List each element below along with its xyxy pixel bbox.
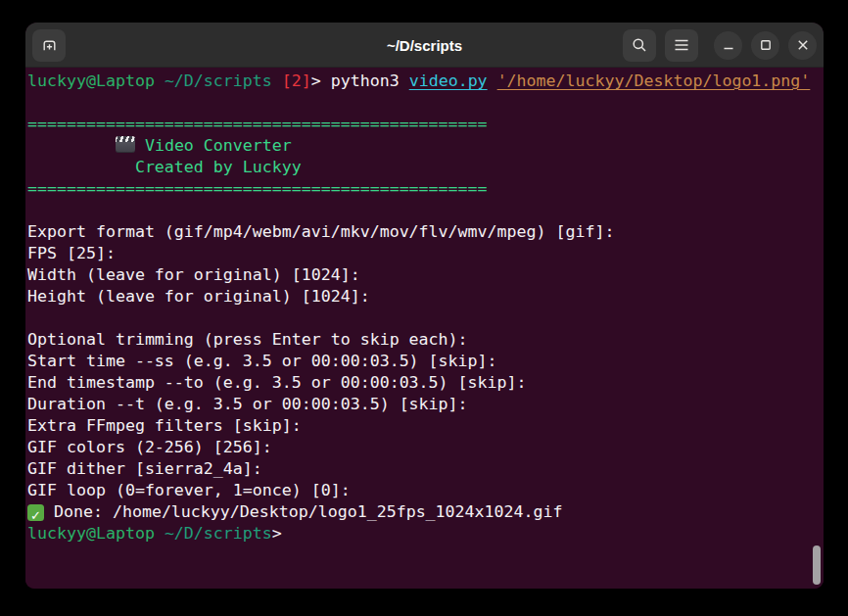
terminal-text: ========================================… xyxy=(27,179,488,198)
close-icon xyxy=(797,39,809,51)
terminal-line xyxy=(27,92,824,114)
terminal-text: Optional trimming (press Enter to skip e… xyxy=(27,330,468,349)
window-title: ~/D/scripts xyxy=(387,37,462,54)
maximize-button[interactable] xyxy=(751,31,779,60)
terminal-line xyxy=(27,308,824,329)
menu-button[interactable] xyxy=(665,29,698,62)
new-tab-button[interactable] xyxy=(32,29,66,62)
terminal-text: Extra FFmpeg filters [skip]: xyxy=(27,416,302,435)
terminal-line xyxy=(27,200,824,221)
terminal-line: Duration --t (e.g. 3.5 or 00:00:03.5) [s… xyxy=(27,394,824,415)
terminal-line: GIF loop (0=forever, 1=once) [0]: xyxy=(27,480,824,501)
terminal-text: luckyy@Laptop xyxy=(27,71,155,90)
terminal-line: FPS [25]: xyxy=(27,243,824,264)
terminal-text: > xyxy=(311,71,331,90)
terminal-line: Video Converter xyxy=(27,135,824,157)
terminal-line: Start time --ss (e.g. 3.5 or 00:00:03.5)… xyxy=(27,351,824,372)
terminal-text: FPS [25]: xyxy=(27,244,116,262)
terminal-text: luckyy@Laptop xyxy=(27,524,155,543)
terminal-line: Done: /home/luckyy/Desktop/logo1_25fps_1… xyxy=(27,501,824,523)
check-emoji-icon xyxy=(27,504,44,521)
file-link[interactable]: '/home/luckyy/Desktop/logo1.png' xyxy=(497,71,811,90)
file-link[interactable]: video.py xyxy=(409,71,488,90)
terminal-text: ========================================… xyxy=(27,115,488,133)
terminal-window: ~/D/scripts xyxy=(25,23,824,589)
terminal-text: Height (leave for original) [1024]: xyxy=(27,287,370,306)
terminal-text: GIF loop (0=forever, 1=once) [0]: xyxy=(27,481,351,499)
clapper-emoji-icon xyxy=(116,136,135,153)
minimize-button[interactable] xyxy=(714,31,742,60)
new-tab-icon xyxy=(41,37,58,54)
search-button[interactable] xyxy=(623,29,656,62)
terminal-text: Created by Luckyy xyxy=(27,158,302,176)
terminal-line: Extra FFmpeg filters [skip]: xyxy=(27,415,824,437)
hamburger-menu-icon xyxy=(674,38,689,52)
terminal-text xyxy=(155,524,165,543)
terminal-text: python3 xyxy=(331,71,409,90)
terminal-text: GIF dither [sierra2_4a]: xyxy=(27,459,262,478)
terminal-line: ========================================… xyxy=(27,178,824,200)
terminal-line: Export format (gif/mp4/webm/avi/mkv/mov/… xyxy=(27,221,824,243)
terminal-text xyxy=(272,71,282,90)
maximize-icon xyxy=(760,39,772,51)
terminal-text: Duration --t (e.g. 3.5 or 00:00:03.5) [s… xyxy=(27,395,468,413)
scrollbar-thumb[interactable] xyxy=(813,545,821,585)
minimize-icon xyxy=(723,39,734,51)
terminal-text: GIF colors (2-256) [256]: xyxy=(27,438,272,456)
terminal-line: Height (leave for original) [1024]: xyxy=(27,286,824,308)
terminal-line: ========================================… xyxy=(27,114,824,135)
terminal-text: [2] xyxy=(282,71,311,90)
close-button[interactable] xyxy=(788,31,817,60)
terminal-output[interactable]: luckyy@Laptop ~/D/scripts [2]> python3 v… xyxy=(25,68,824,589)
terminal-line: luckyy@Laptop ~/D/scripts [2]> python3 v… xyxy=(27,71,824,92)
terminal-text: End timestamp --to (e.g. 3.5 or 00:00:03… xyxy=(27,373,527,392)
terminal-text xyxy=(155,71,165,90)
terminal-line: GIF colors (2-256) [256]: xyxy=(27,437,824,458)
terminal-text xyxy=(488,71,497,90)
search-icon xyxy=(632,37,647,53)
header-controls xyxy=(623,29,817,62)
terminal-line: GIF dither [sierra2_4a]: xyxy=(27,458,824,480)
terminal-text: Done: /home/luckyy/Desktop/logo1_25fps_1… xyxy=(44,502,563,521)
terminal-text: ~/D/scripts xyxy=(165,524,272,543)
terminal-text: > xyxy=(272,524,282,543)
terminal-text xyxy=(27,136,116,155)
window-header: ~/D/scripts xyxy=(25,23,824,68)
terminal-line: Width (leave for original) [1024]: xyxy=(27,264,824,286)
terminal-text: Video Converter xyxy=(135,136,292,155)
terminal-line: End timestamp --to (e.g. 3.5 or 00:00:03… xyxy=(27,372,824,394)
terminal-text: Width (leave for original) [1024]: xyxy=(27,265,360,284)
terminal-line: Optional trimming (press Enter to skip e… xyxy=(27,329,824,351)
terminal-line: Created by Luckyy xyxy=(27,157,824,178)
terminal-text: ~/D/scripts xyxy=(165,71,272,90)
terminal-line: luckyy@Laptop ~/D/scripts> xyxy=(27,523,824,545)
terminal-text: Export format (gif/mp4/webm/avi/mkv/mov/… xyxy=(27,222,614,241)
terminal-text: Start time --ss (e.g. 3.5 or 00:00:03.5)… xyxy=(27,352,497,370)
